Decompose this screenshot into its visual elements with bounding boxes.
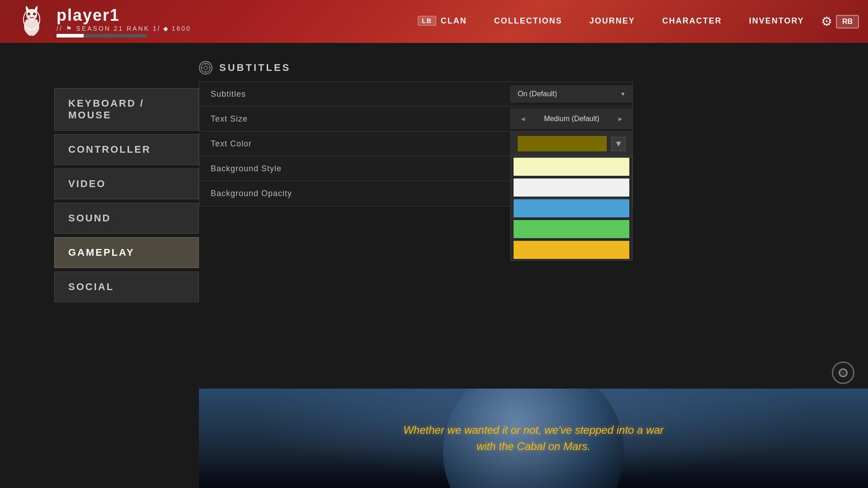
header-left: player1 // ⚑ SEASON 21 RANK 1/ ◆ 1600	[0, 4, 226, 40]
color-option-orange[interactable]	[514, 241, 629, 259]
svg-point-3	[33, 13, 36, 15]
text-size-right-arrow[interactable]: ►	[615, 113, 626, 125]
nav-character[interactable]: CHARACTER	[649, 0, 736, 43]
nav-inventory[interactable]: INVENTORY	[736, 0, 818, 43]
nav-leaderboard[interactable]: LB CLAN	[404, 0, 481, 43]
player-subtitle: // ⚑ SEASON 21 RANK 1/ ◆ 1600	[57, 25, 191, 32]
subtitles-value: On (Default)	[518, 90, 557, 98]
player-info: player1 // ⚑ SEASON 21 RANK 1/ ◆ 1600	[57, 6, 191, 38]
settings-sidebar: KEYBOARD / MOUSE CONTROLLER VIDEO SOUND …	[54, 43, 199, 302]
logo-area: player1 // ⚑ SEASON 21 RANK 1/ ◆ 1600	[14, 4, 191, 40]
scroll-indicator-inner	[839, 368, 848, 377]
rb-button[interactable]: RB	[836, 15, 859, 28]
rank-bar-fill	[57, 34, 84, 38]
preview-area: Whether we wanted it or not, we've stepp…	[199, 389, 868, 488]
nav-journey[interactable]: JOURNEY	[576, 0, 649, 43]
color-option-yellow-light[interactable]	[514, 158, 629, 176]
subtitles-dropdown[interactable]: On (Default) ▼	[518, 90, 626, 98]
nav-collections[interactable]: COLLECTIONS	[481, 0, 576, 43]
main-content: SUBTITLES Subtitles On (Default) ▼ Text …	[199, 43, 868, 488]
text-color-swatch[interactable]	[518, 136, 607, 151]
sidebar-item-video[interactable]: VIDEO	[54, 169, 199, 199]
lb-badge: LB	[418, 16, 436, 26]
header: player1 // ⚑ SEASON 21 RANK 1/ ◆ 1600 LB…	[0, 0, 868, 43]
text-size-left-arrow[interactable]: ◄	[518, 113, 528, 125]
subtitles-control[interactable]: On (Default) ▼	[510, 85, 632, 103]
game-logo-icon	[14, 4, 50, 40]
header-nav: LB CLAN COLLECTIONS JOURNEY CHARACTER IN…	[226, 0, 868, 43]
color-option-white[interactable]	[514, 178, 629, 197]
sidebar-item-controller[interactable]: CONTROLLER	[54, 134, 199, 165]
text-color-swatch-row: ▼	[518, 136, 626, 151]
section-header: SUBTITLES	[199, 61, 850, 75]
settings-row-text-size: Text Size ◄ Medium (Default) ►	[199, 107, 632, 131]
sidebar-item-keyboard-mouse[interactable]: KEYBOARD / MOUSE	[54, 88, 199, 131]
text-color-dropdown	[510, 156, 632, 261]
settings-row-text-color: Text Color ▼	[199, 131, 632, 156]
settings-table: Subtitles On (Default) ▼ Text Size ◄ Med…	[199, 81, 633, 206]
preview-subtitle: Whether we wanted it or not, we've stepp…	[403, 422, 664, 455]
subtitles-label: Subtitles	[199, 83, 510, 106]
text-size-value: Medium (Default)	[544, 115, 599, 123]
bg-opacity-label: Background Opacity	[199, 182, 510, 205]
text-color-label: Text Color	[199, 132, 510, 155]
color-option-blue[interactable]	[514, 199, 629, 217]
text-size-label: Text Size	[199, 108, 510, 131]
clan-nav-label: CLAN	[441, 16, 467, 26]
sidebar-item-sound[interactable]: SOUND	[54, 203, 199, 234]
text-size-stepper: ◄ Medium (Default) ►	[518, 113, 626, 125]
sidebar-item-gameplay[interactable]: GAMEPLAY	[54, 237, 199, 268]
bg-style-label: Background Style	[199, 157, 510, 180]
settings-gear-button[interactable]: ⚙	[818, 13, 836, 31]
scroll-indicator[interactable]	[832, 361, 854, 384]
color-option-green[interactable]	[514, 220, 629, 238]
svg-point-5	[204, 66, 208, 70]
preview-text: Whether we wanted it or not, we've stepp…	[403, 422, 664, 455]
section-icon	[199, 61, 212, 75]
settings-row-subtitles: Subtitles On (Default) ▼	[199, 82, 632, 107]
text-color-control[interactable]: ▼	[510, 131, 632, 156]
rank-bar	[57, 34, 147, 38]
player-name: player1	[57, 6, 191, 25]
svg-point-2	[28, 13, 30, 15]
dropdown-arrow-icon: ▼	[620, 91, 626, 97]
text-size-control: ◄ Medium (Default) ►	[510, 108, 632, 129]
sidebar-item-social[interactable]: SOCIAL	[54, 272, 199, 302]
text-color-dropdown-arrow-icon[interactable]: ▼	[611, 137, 626, 151]
section-title: SUBTITLES	[219, 62, 291, 74]
